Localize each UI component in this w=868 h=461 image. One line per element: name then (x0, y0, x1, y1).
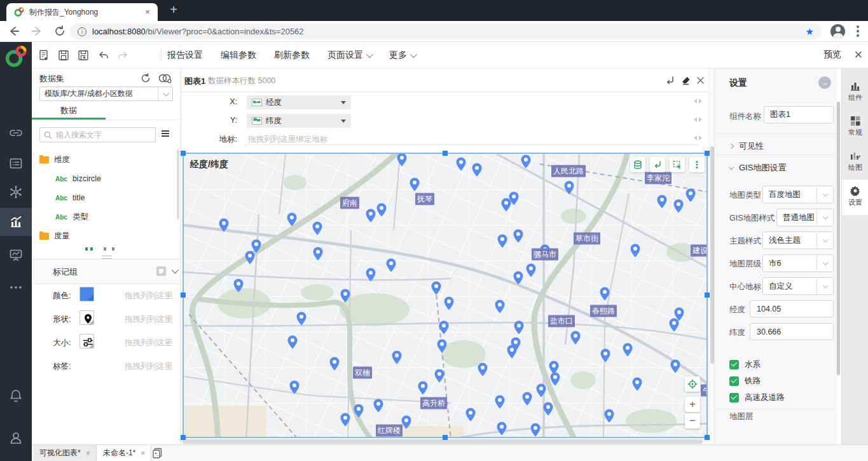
field-menu-icon[interactable] (162, 130, 169, 138)
selection-handle[interactable] (443, 435, 448, 440)
map-pin[interactable] (478, 362, 488, 376)
map-pin[interactable] (669, 318, 679, 332)
map-pin[interactable] (329, 357, 340, 371)
map-pin[interactable] (366, 209, 376, 223)
map-pin[interactable] (670, 359, 680, 373)
map-pin[interactable] (366, 268, 376, 282)
map-pin[interactable] (600, 287, 610, 301)
map-pin[interactable] (543, 402, 553, 416)
toolbar-close-icon[interactable]: ✕ (854, 48, 863, 62)
map-pin[interactable] (456, 157, 466, 171)
map-pin[interactable] (296, 312, 307, 326)
sheet-tab-close-icon[interactable]: × (86, 449, 90, 458)
map-pin[interactable] (550, 372, 560, 386)
shape-swatch[interactable] (79, 310, 94, 325)
section-gis-settings[interactable]: GIS地图设置 (729, 162, 786, 174)
undo-icon[interactable] (98, 50, 109, 61)
redo-icon[interactable] (117, 50, 128, 61)
map-pin[interactable] (501, 198, 511, 212)
map-pin[interactable] (340, 413, 350, 427)
map-pin[interactable] (418, 381, 428, 395)
map-pin[interactable] (657, 195, 667, 209)
map-pin[interactable] (507, 345, 517, 359)
map-pin[interactable] (289, 380, 300, 394)
y-field-caret-icon[interactable] (341, 120, 346, 125)
selection-handle[interactable] (705, 151, 710, 156)
rail-tab-组件[interactable]: 组件 (842, 75, 868, 110)
layer-checkbox-row[interactable]: 铁路 (729, 373, 837, 389)
mark-dropzone[interactable]: 拖拽列到这里 (125, 314, 172, 325)
color-swatch[interactable] (79, 287, 94, 301)
setting-select-3[interactable]: 市6 (762, 254, 834, 272)
map-zoom-in-button[interactable]: + (685, 397, 700, 412)
map-pin[interactable] (521, 155, 531, 169)
new-report-icon[interactable] (38, 50, 50, 61)
make-report-icon[interactable] (9, 215, 23, 229)
setting-select-4[interactable]: 自定义 (762, 277, 834, 295)
tab-close-icon[interactable]: × (142, 7, 153, 17)
map-pin[interactable] (497, 422, 507, 436)
component-name-input[interactable]: 图表1 (764, 106, 834, 123)
dataset-icon[interactable] (9, 156, 23, 170)
map-pin[interactable] (604, 409, 614, 423)
dataset-switch-icon[interactable] (158, 72, 172, 84)
map-pin[interactable] (600, 348, 610, 362)
map-pin[interactable] (685, 188, 696, 202)
dataset-refresh-icon[interactable] (140, 72, 151, 84)
map-pin[interactable] (673, 199, 684, 213)
y-row-arrows[interactable] (691, 117, 705, 122)
data-processing-icon[interactable] (9, 185, 23, 199)
dashboard-icon[interactable] (9, 248, 23, 262)
mark-dropzone[interactable]: 拖拽列到这里 (125, 338, 172, 348)
tree-item[interactable]: 维度 (32, 150, 177, 169)
map-pin[interactable] (536, 383, 546, 397)
coord-input-0[interactable]: 104.05 (750, 300, 834, 317)
map-pin[interactable] (312, 221, 322, 235)
map-pin[interactable] (245, 251, 255, 265)
url-omnibox[interactable]: i localhost:8080 /bi/Viewer?proc=0&actio… (70, 24, 822, 39)
map-pin[interactable] (632, 377, 642, 391)
sheet-tab-close-icon[interactable]: × (141, 449, 145, 458)
toolbar-button-4[interactable]: 更多 (389, 50, 415, 61)
map-pin[interactable] (376, 203, 387, 217)
dataset-select-caret-icon[interactable] (158, 87, 172, 100)
more-apps-icon[interactable] (9, 280, 23, 294)
section-visibility[interactable]: 可见性 (729, 141, 764, 152)
map-pin[interactable] (570, 331, 581, 345)
map-pin[interactable] (465, 408, 476, 422)
map-pin[interactable] (513, 229, 523, 243)
user-profile-icon[interactable] (9, 431, 23, 445)
map-pin[interactable] (513, 271, 523, 285)
map-pin[interactable] (434, 369, 444, 383)
map-pin[interactable] (287, 335, 298, 349)
x-field-pill[interactable]: 经度 (247, 95, 351, 109)
map-pin[interactable] (287, 212, 297, 226)
marks-collapse-icon[interactable] (172, 266, 179, 273)
map-pin[interactable] (397, 154, 407, 167)
map-pin[interactable] (373, 399, 383, 413)
map-zoom-out-button[interactable]: − (685, 413, 700, 429)
rail-tab-绘图[interactable]: 绘图 (842, 145, 868, 180)
map-pin[interactable] (439, 320, 449, 334)
map-pin[interactable] (437, 339, 447, 353)
setting-select-2[interactable]: 浅色主题 (762, 231, 834, 249)
selection-handle[interactable] (181, 151, 186, 156)
coord-input-1[interactable]: 30.666 (750, 323, 834, 340)
browser-menu-icon[interactable]: ••• (855, 25, 860, 38)
site-info-icon[interactable]: i (78, 27, 86, 36)
map-pin[interactable] (623, 343, 633, 357)
save-icon[interactable] (58, 50, 69, 61)
map-pin[interactable] (514, 320, 524, 334)
back-icon[interactable] (8, 25, 20, 38)
new-tab-button[interactable]: + (165, 3, 182, 17)
save-as-icon[interactable] (78, 50, 89, 61)
mark-dropzone[interactable]: 拖拽列到这里 (125, 361, 172, 372)
map-pin[interactable] (410, 177, 420, 191)
map-pin[interactable] (392, 350, 402, 364)
map-pin[interactable] (354, 404, 364, 418)
tree-item[interactable]: 度量 (32, 226, 177, 245)
settings-scrollbar[interactable] (837, 102, 840, 375)
notifications-bell-icon[interactable] (9, 389, 23, 403)
swap-axes-icon[interactable] (665, 75, 675, 86)
layer-checkbox-row[interactable]: 高速及道路 (729, 389, 837, 406)
